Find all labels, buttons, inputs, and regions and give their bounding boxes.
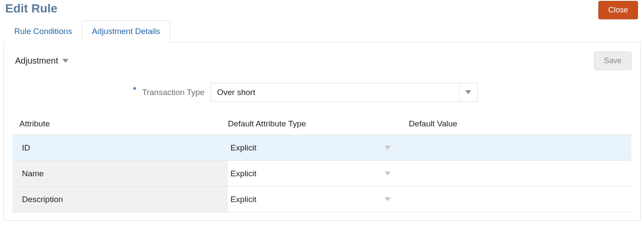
attributes-table: Attribute Default Attribute Type Default…	[12, 119, 632, 212]
tab-adjustment-details[interactable]: Adjustment Details	[82, 20, 170, 42]
attribute-cell: Description	[12, 187, 228, 212]
default-attr-type-cell: Explicit	[228, 190, 409, 209]
section-adjustment-toggle[interactable]: Adjustment	[15, 56, 68, 66]
default-attr-type-select[interactable]: Explicit	[228, 190, 396, 209]
chevron-down-icon	[385, 146, 391, 150]
default-attr-type-value: Explicit	[230, 195, 256, 204]
attribute-cell: Name	[12, 161, 228, 186]
transaction-type-label: Transaction Type	[142, 88, 205, 97]
chevron-down-icon	[385, 172, 391, 176]
svg-marker-4	[385, 197, 391, 201]
required-indicator: *	[133, 86, 136, 94]
transaction-type-value: Over short	[217, 88, 255, 97]
default-attr-type-cell: Explicit	[228, 165, 409, 183]
default-attr-type-value: Explicit	[230, 143, 256, 153]
svg-marker-0	[62, 59, 68, 63]
default-attr-type-value: Explicit	[230, 169, 256, 178]
default-attr-type-select[interactable]: Explicit	[228, 165, 396, 183]
tabs: Rule Conditions Adjustment Details	[4, 20, 642, 42]
chevron-down-icon	[62, 59, 68, 63]
table-row[interactable]: DescriptionExplicit	[12, 187, 632, 212]
section-title: Adjustment	[15, 56, 58, 66]
save-button[interactable]: Save	[594, 52, 632, 70]
col-default-attr-type-header: Default Attribute Type	[228, 119, 409, 129]
table-row[interactable]: NameExplicit	[12, 161, 632, 187]
tab-rule-conditions[interactable]: Rule Conditions	[4, 20, 82, 42]
default-attr-type-select[interactable]: Explicit	[228, 139, 396, 157]
col-attribute-header: Attribute	[12, 119, 228, 129]
page-title: Edit Rule	[5, 2, 57, 15]
col-default-value-header: Default Value	[409, 119, 632, 129]
chevron-down-icon	[385, 197, 391, 202]
default-attr-type-cell: Explicit	[228, 139, 409, 157]
attribute-cell: ID	[12, 135, 228, 160]
svg-marker-3	[385, 172, 391, 175]
close-button[interactable]: Close	[598, 1, 638, 19]
chevron-down-icon	[465, 90, 471, 95]
adjustment-panel: Adjustment Save * Transaction Type Over …	[3, 42, 641, 221]
svg-marker-2	[385, 146, 391, 150]
svg-marker-1	[465, 90, 471, 94]
table-row[interactable]: IDExplicit	[12, 135, 632, 161]
transaction-type-select[interactable]: Over short	[211, 83, 478, 102]
